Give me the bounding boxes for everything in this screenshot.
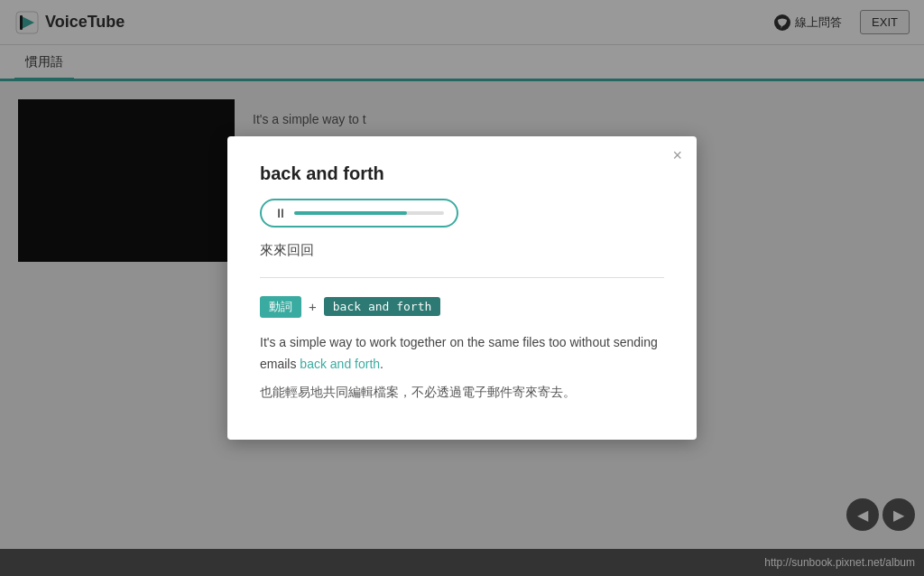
- divider: [260, 277, 664, 278]
- translation-text: 來來回回: [260, 242, 664, 259]
- progress-bar[interactable]: [294, 211, 444, 215]
- example-en-part2: emails: [260, 357, 296, 371]
- progress-fill: [294, 211, 407, 215]
- example-highlight: back and forth: [300, 357, 380, 371]
- modal-close-button[interactable]: ×: [672, 147, 682, 163]
- pause-button[interactable]: ⏸: [274, 206, 287, 220]
- modal-overlay: × back and forth ⏸ 來來回回 動詞 + back and fo…: [0, 0, 924, 576]
- example-en-part1: It's a simple way to work together on th…: [260, 335, 658, 349]
- example-sentence-en: It's a simple way to work together on th…: [260, 332, 664, 376]
- example-sentence-zh: 也能輕易地共同編輯檔案，不必透過電子郵件寄來寄去。: [260, 382, 664, 404]
- plus-symbol: +: [309, 299, 317, 314]
- pos-tag: 動詞: [260, 296, 301, 318]
- tags-row: 動詞 + back and forth: [260, 296, 664, 318]
- phrase-tag: back and forth: [324, 297, 441, 316]
- example-period: .: [380, 357, 383, 371]
- modal-title: back and forth: [260, 163, 664, 184]
- modal-dialog: × back and forth ⏸ 來來回回 動詞 + back and fo…: [227, 136, 697, 440]
- audio-player: ⏸: [260, 199, 458, 228]
